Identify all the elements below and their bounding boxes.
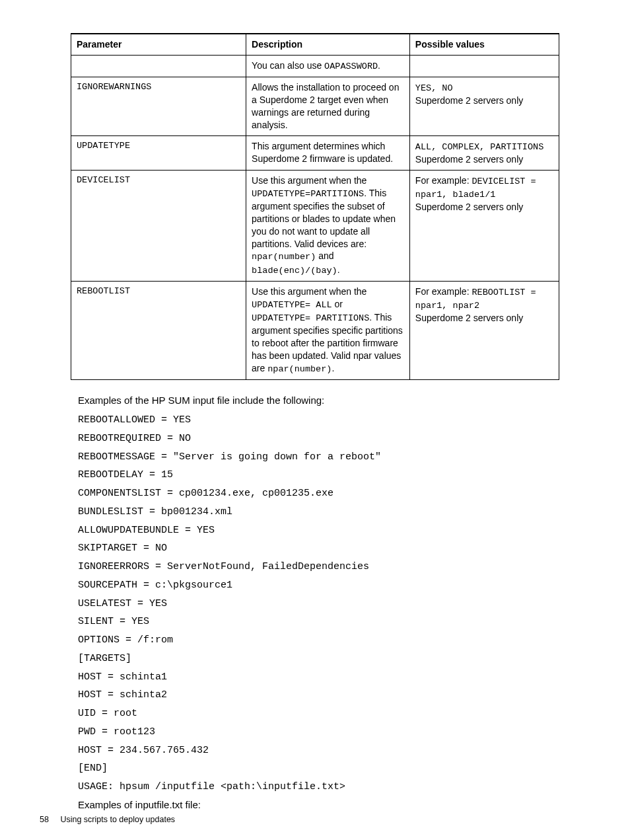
text: or — [332, 299, 343, 309]
table-row: DEVICELIST Use this argument when the UP… — [71, 170, 559, 281]
text: and — [316, 250, 333, 261]
intro-text: Examples of the HP SUM input file includ… — [78, 395, 571, 406]
col-description: Description — [246, 34, 410, 55]
code-text: OAPASSWORD — [324, 61, 378, 71]
text: . — [332, 363, 334, 373]
code-text: UPDATETYPE= ALL — [252, 300, 332, 310]
text: You can also use — [252, 60, 324, 71]
footer-title: Using scripts to deploy updates — [60, 815, 175, 824]
page-footer: 58 Using scripts to deploy updates — [40, 815, 175, 824]
code-text: YES, NO — [415, 83, 453, 93]
code-text: UPDATETYPE= PARTITIONS — [252, 313, 369, 323]
text: Superdome 2 servers only — [415, 95, 523, 106]
text: Use this argument when the — [252, 175, 367, 186]
param-cell — [71, 55, 246, 77]
desc-cell: Use this argument when the UPDATETYPE= A… — [246, 281, 410, 379]
param-cell: IGNOREWARNINGS — [71, 77, 246, 136]
vals-cell: For example: DEVICELIST = npar1, blade1/… — [409, 170, 559, 281]
text: . — [337, 264, 340, 275]
table-row: IGNOREWARNINGS Allows the installation t… — [71, 77, 559, 136]
vals-cell: YES, NO Superdome 2 servers only — [409, 77, 559, 136]
page-number: 58 — [40, 815, 49, 824]
desc-cell: Allows the installation to proceed on a … — [246, 77, 410, 136]
vals-cell: For example: REBOOTLIST = npar1, npar2 S… — [409, 281, 559, 379]
code-text: npar(number) — [252, 252, 316, 262]
desc-cell: This argument determines which Superdome… — [246, 135, 410, 170]
example-code-block: REBOOTALLOWED = YES REBOOTREQUIRED = NO … — [78, 411, 571, 796]
col-parameter: Parameter — [71, 34, 246, 55]
table-row: REBOOTLIST Use this argument when the UP… — [71, 281, 559, 379]
param-cell: DEVICELIST — [71, 170, 246, 281]
param-cell: REBOOTLIST — [71, 281, 246, 379]
vals-cell: ALL, COMPLEX, PARTITIONS Superdome 2 ser… — [409, 135, 559, 170]
text: For example: — [415, 175, 472, 186]
document-page: Parameter Description Possible values Yo… — [0, 0, 630, 840]
param-cell: UPDATETYPE — [71, 135, 246, 170]
after-text: Examples of inputfile.txt file: — [78, 799, 571, 810]
code-text: UPDATETYPE=PARTITIONS — [252, 189, 364, 199]
table-row: You can also use OAPASSWORD. — [71, 55, 559, 77]
col-possible-values: Possible values — [409, 34, 559, 55]
desc-cell: Use this argument when the UPDATETYPE=PA… — [246, 170, 410, 281]
desc-cell: You can also use OAPASSWORD. — [246, 55, 410, 77]
code-text: npar(number) — [267, 364, 332, 374]
text: Superdome 2 servers only — [415, 313, 523, 323]
code-text: blade(enc)/(bay) — [252, 266, 337, 276]
text: For example: — [415, 286, 472, 297]
text: Superdome 2 servers only — [415, 202, 523, 212]
text: Superdome 2 servers only — [415, 154, 523, 165]
text: Use this argument when the — [252, 286, 367, 297]
table-row: UPDATETYPE This argument determines whic… — [71, 135, 559, 170]
text: . — [378, 60, 380, 71]
vals-cell — [409, 55, 559, 77]
code-text: ALL, COMPLEX, PARTITIONS — [415, 142, 543, 152]
parameter-table: Parameter Description Possible values Yo… — [71, 33, 559, 380]
